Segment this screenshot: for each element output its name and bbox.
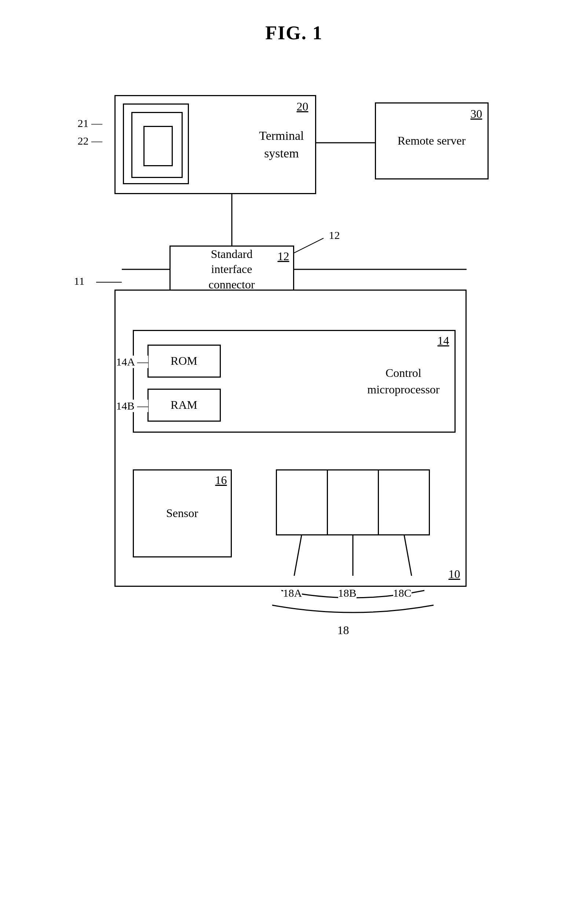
figure-title: FIG. 1 (0, 0, 588, 44)
label-21: 21 — (78, 117, 103, 129)
label-18B: 18B (338, 587, 356, 599)
label-12-pointer: 12 (329, 229, 340, 241)
label-14A: 14A — (116, 355, 149, 368)
terminal-system-box: Terminalsystem 20 (114, 95, 316, 194)
remote-server-box: Remote server 30 (375, 102, 488, 180)
label-11: 11 (74, 275, 85, 288)
ref-20: 20 (297, 99, 309, 114)
ref-12: 12 (278, 249, 289, 264)
ram-label: RAM (170, 397, 197, 413)
actuator-lines (276, 535, 430, 594)
brace-18 (272, 601, 434, 623)
label-18: 18 (338, 623, 349, 637)
label-14B: 14B — (116, 400, 149, 412)
label-22: 22 — (78, 135, 103, 147)
remote-server-label: Remote server (398, 133, 466, 149)
svg-line-15 (404, 535, 411, 576)
ref-14: 14 (438, 333, 449, 349)
control-microprocessor-label: Controlmicroprocessor (367, 365, 439, 398)
svg-line-13 (294, 535, 301, 576)
page: FIG. 1 (0, 0, 588, 898)
ref-10: 10 (448, 567, 461, 582)
sensor-box: Sensor 16 (133, 469, 232, 557)
rom-label: ROM (170, 354, 197, 369)
ram-box: RAM (147, 389, 221, 422)
sensor-label: Sensor (166, 506, 198, 521)
actuator-group (276, 469, 430, 535)
label-18A: 18A (283, 587, 302, 599)
label-18C: 18C (393, 587, 411, 599)
ref-30: 30 (471, 106, 482, 122)
standard-interface-label: Standardinterfaceconnector (208, 247, 255, 292)
ref-16: 16 (215, 473, 227, 488)
svg-line-12 (294, 238, 324, 253)
rom-box: ROM (147, 344, 221, 378)
standard-interface-box: Standardinterfaceconnector 12 (169, 246, 294, 293)
diagram: Terminalsystem 20 21 — 22 — Remote serve… (74, 66, 514, 873)
